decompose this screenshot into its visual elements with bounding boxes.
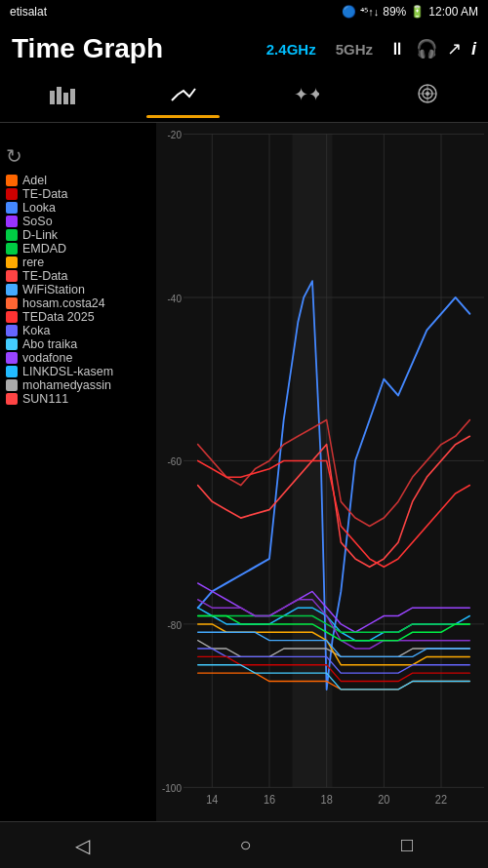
status-bar: etisalat 🔵 ⁴⁵↑↓ 89% 🔋 12:00 AM	[0, 0, 488, 23]
bar-chart-icon	[48, 83, 75, 110]
wifi-signal-icon: ⁴⁵↑↓	[360, 6, 379, 19]
legend-item: TE-Data	[6, 269, 150, 283]
bluetooth-icon: 🔵	[342, 5, 356, 19]
legend-item: SUN111	[6, 392, 150, 406]
page-title: Time Graph	[12, 33, 251, 64]
svg-text:-40: -40	[168, 292, 182, 304]
tab-stars[interactable]: ✦✦	[244, 83, 366, 114]
time-graph-icon	[170, 83, 197, 110]
app-header: Time Graph 2.4GHz 5GHz ⏸ 🎧 ↗ i	[0, 23, 488, 74]
svg-rect-1	[57, 87, 61, 104]
legend-item: rere	[6, 256, 150, 269]
svg-text:-100: -100	[162, 781, 182, 794]
battery-icon: 🔋	[410, 5, 425, 19]
legend-item: LINKDSL-kasem	[6, 365, 150, 378]
legend-item: hosam.costa24	[6, 296, 150, 310]
svg-rect-0	[50, 91, 55, 104]
share-icon[interactable]: ↗	[447, 38, 462, 59]
svg-text:16: 16	[264, 792, 276, 807]
legend-item: WiFiStation	[6, 283, 150, 296]
svg-text:14: 14	[206, 792, 219, 807]
graph-svg: -20-40-60-80-1001416182022	[156, 123, 488, 821]
refresh-icon[interactable]: ↻	[6, 144, 150, 168]
recent-apps-button[interactable]: □	[382, 826, 432, 864]
legend-item: Adel	[6, 174, 150, 187]
legend-item: SoSo	[6, 215, 150, 228]
tab-bar-chart[interactable]	[0, 83, 122, 114]
legend-item: Looka	[6, 201, 150, 215]
svg-text:-60: -60	[168, 454, 182, 467]
legend-list: AdelTE-DataLookaSoSoD-LinkEMDADrereTE-Da…	[6, 174, 150, 406]
status-right: 🔵 ⁴⁵↑↓ 89% 🔋 12:00 AM	[342, 5, 478, 19]
legend-item: D-Link	[6, 228, 150, 242]
svg-text:18: 18	[321, 792, 334, 807]
info-icon[interactable]: i	[471, 39, 476, 59]
stars-icon: ✦✦	[292, 83, 319, 110]
svg-text:✦✦: ✦✦	[294, 85, 319, 104]
back-button[interactable]: ◁	[56, 826, 109, 865]
headset-icon[interactable]: 🎧	[416, 38, 437, 59]
legend-item: Koka	[6, 324, 150, 337]
tab-bar: ✦✦	[0, 74, 488, 123]
legend-item: TEData 2025	[6, 310, 150, 324]
legend-item: Abo traika	[6, 337, 150, 351]
main-content: ↻ AdelTE-DataLookaSoSoD-LinkEMDADrereTE-…	[0, 123, 488, 821]
legend-item: EMDAD	[6, 242, 150, 256]
header-action-icons: ⏸ 🎧 ↗ i	[388, 38, 476, 59]
tab-time-graph[interactable]	[122, 83, 244, 114]
time-label: 12:00 AM	[428, 5, 478, 19]
svg-text:-20: -20	[168, 128, 182, 140]
tab-radar[interactable]	[366, 83, 488, 114]
time-graph-area: -20-40-60-80-1001416182022	[156, 123, 488, 821]
svg-rect-2	[63, 93, 68, 104]
radar-icon	[414, 83, 441, 110]
legend-item: vodafone	[6, 351, 150, 365]
svg-text:20: 20	[378, 792, 390, 807]
network-legend: ↻ AdelTE-DataLookaSoSoD-LinkEMDADrereTE-…	[0, 123, 156, 821]
carrier-label: etisalat	[10, 5, 47, 19]
freq-24ghz-button[interactable]: 2.4GHz	[263, 39, 320, 59]
freq-5ghz-button[interactable]: 5GHz	[332, 39, 377, 59]
bottom-navigation: ◁ ○ □	[0, 821, 488, 868]
legend-item: TE-Data	[6, 187, 150, 201]
svg-text:22: 22	[435, 792, 447, 807]
home-button[interactable]: ○	[220, 826, 270, 864]
legend-item: mohamedyassin	[6, 378, 150, 392]
svg-text:-80: -80	[168, 618, 182, 631]
svg-rect-3	[70, 89, 75, 104]
battery-label: 89%	[383, 5, 406, 19]
pause-button[interactable]: ⏸	[388, 39, 406, 59]
